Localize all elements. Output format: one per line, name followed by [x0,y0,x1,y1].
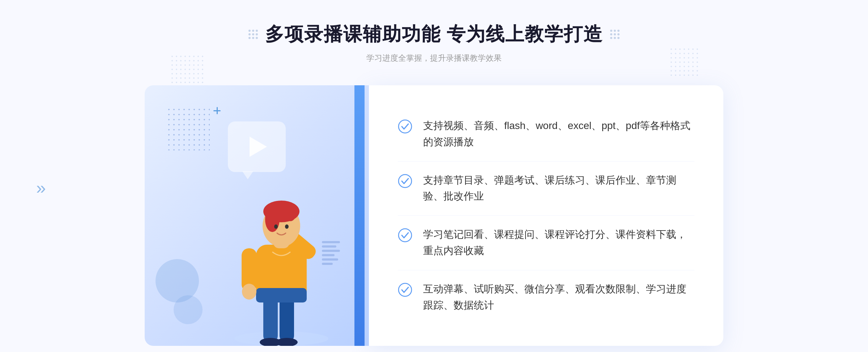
check-icon-4 [398,283,412,297]
page-container: » 多项录播课辅助功能 专为线上教学打造 学习进度全掌握，提升录播课教学效果 [0,0,868,352]
svg-point-15 [285,207,296,221]
play-bubble [228,121,286,172]
svg-point-20 [399,175,412,188]
feature-text-2: 支持章节目录、弹题考试、课后练习、课后作业、章节测验、批改作业 [423,172,694,205]
svg-point-17 [285,224,289,229]
feature-item-3: 学习笔记回看、课程提问、课程评论打分、课件资料下载，重点内容收藏 [398,216,694,270]
feature-text-1: 支持视频、音频、flash、word、excel、ppt、pdf等各种格式的资源… [423,118,694,150]
check-icon-3 [398,228,412,242]
svg-point-21 [399,229,412,242]
content-panel: 支持视频、音频、flash、word、excel、ppt、pdf等各种格式的资源… [369,85,723,346]
play-icon [250,137,267,157]
check-icon-2 [398,174,412,188]
illustration-figure [220,172,343,346]
check-icon-1 [398,119,412,134]
blue-accent-bar [354,85,365,346]
feature-item-4: 互动弹幕、试听购买、微信分享、观看次数限制、学习进度跟踪、数据统计 [398,270,694,325]
page-title: 多项录播课辅助功能 专为线上教学打造 [248,22,620,47]
feature-text-4: 互动弹幕、试听购买、微信分享、观看次数限制、学习进度跟踪、数据统计 [423,281,694,314]
main-content: 支持视频、音频、flash、word、excel、ppt、pdf等各种格式的资源… [145,85,723,346]
circle-decoration-2 [174,295,203,324]
header-section: 多项录播课辅助功能 专为线上教学打造 学习进度全掌握，提升录播课教学效果 [248,22,620,64]
svg-point-18 [242,284,256,300]
svg-point-14 [265,207,280,232]
svg-rect-6 [256,288,307,302]
feature-text-3: 学习笔记回看、课程提问、课程评论打分、课件资料下载，重点内容收藏 [423,227,694,259]
illustration-dots [166,107,210,150]
feature-item-1: 支持视频、音频、flash、word、excel、ppt、pdf等各种格式的资源… [398,107,694,162]
title-text: 多项录播课辅助功能 专为线上教学打造 [265,22,603,47]
bg-dots-right [669,47,698,76]
dots-decoration-right [610,30,620,39]
dots-decoration-left [248,30,258,39]
svg-point-19 [399,120,412,133]
bg-dots-left [170,54,206,90]
header-subtitle: 学习进度全掌握，提升录播课教学效果 [248,53,620,64]
svg-point-16 [274,224,278,229]
svg-point-22 [399,283,412,296]
illustration-area [145,85,369,346]
feature-item-2: 支持章节目录、弹题考试、课后练习、课后作业、章节测验、批改作业 [398,162,694,216]
chevron-decoration: » [36,177,46,197]
